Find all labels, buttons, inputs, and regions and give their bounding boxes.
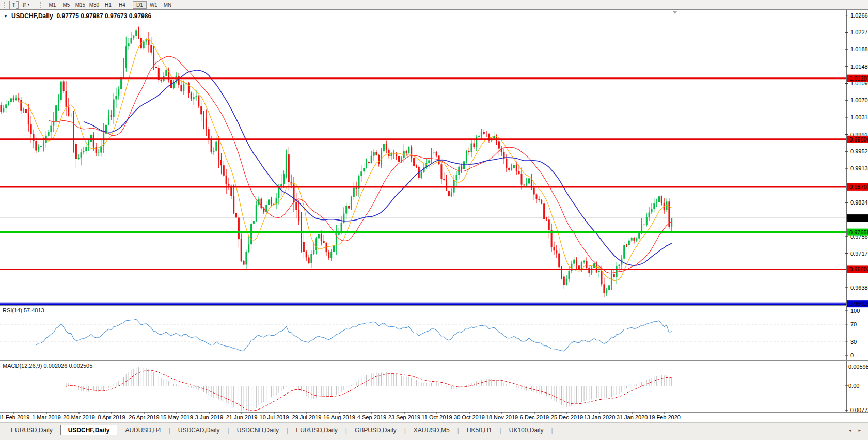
candle-body bbox=[196, 96, 197, 97]
text-tool-button[interactable]: T bbox=[9, 1, 19, 9]
symbol-tab-usdchf-daily[interactable]: USDCHF,Daily bbox=[60, 425, 118, 435]
candle-body bbox=[50, 126, 52, 132]
current-price-badge-label: 0.97986 bbox=[849, 215, 868, 221]
candle-body bbox=[578, 265, 580, 269]
candle-body bbox=[85, 147, 87, 151]
candle-body bbox=[368, 162, 370, 163]
timeframe-button-m15[interactable]: M15 bbox=[73, 1, 87, 9]
candle-body bbox=[161, 80, 162, 81]
candle-body bbox=[593, 263, 595, 268]
timeframe-button-m1[interactable]: M1 bbox=[45, 1, 59, 9]
candle-body bbox=[248, 244, 249, 252]
candle-body bbox=[651, 209, 653, 212]
price-tick-label: 1.02270 bbox=[850, 29, 868, 35]
candle-body bbox=[371, 156, 372, 163]
candle-body bbox=[235, 213, 237, 217]
candle-body bbox=[128, 43, 130, 46]
candle-body bbox=[213, 151, 214, 152]
symbol-tab-audusd-h4[interactable]: AUDUSD,H4 bbox=[117, 425, 168, 435]
candle-body bbox=[8, 102, 9, 104]
candle-body bbox=[250, 224, 252, 244]
candle-body bbox=[548, 219, 550, 230]
candle-body bbox=[536, 195, 538, 200]
top-toolbar: T ⇵ ▾ M1M5M15M30H1H4D1W1MN bbox=[0, 0, 868, 10]
symbol-tab-usdcad-daily[interactable]: USDCAD,Daily bbox=[170, 425, 228, 435]
candle-body bbox=[606, 290, 607, 293]
rsi-tick-label: 0 bbox=[850, 352, 854, 358]
arrange-windows-button[interactable]: ⇵ ▾ bbox=[20, 1, 31, 9]
timeframe-button-h4[interactable]: H4 bbox=[115, 1, 129, 9]
candle-body bbox=[523, 185, 525, 186]
candle-body bbox=[200, 106, 202, 114]
candle-body bbox=[295, 202, 297, 210]
date-tick-label: 21 Jun 2019 bbox=[226, 414, 258, 420]
timeframe-button-h1[interactable]: H1 bbox=[101, 1, 115, 9]
level-0.96803-badge-label: 0.96803 bbox=[849, 266, 868, 272]
symbol-tab-uk100-daily[interactable]: UK100,Daily bbox=[501, 425, 551, 435]
date-tick-label: 11 Feb 2019 bbox=[0, 414, 29, 420]
candle-body bbox=[569, 271, 570, 279]
candle-body bbox=[366, 162, 367, 168]
rsi-tick-label: 70 bbox=[850, 321, 857, 327]
tab-scroll-right-icon[interactable]: ▸ bbox=[858, 428, 861, 433]
date-tick-label: 6 Dec 2019 bbox=[520, 414, 549, 420]
candle-body bbox=[636, 239, 637, 241]
candle-body bbox=[528, 178, 530, 183]
symbol-tab-usdcnh-daily[interactable]: USDCNH,Daily bbox=[229, 425, 287, 435]
candle-body bbox=[153, 53, 154, 67]
candle-body bbox=[286, 154, 287, 174]
date-tick-label: 3 Jun 2019 bbox=[195, 414, 223, 420]
candle-body bbox=[38, 147, 39, 150]
candle-body bbox=[671, 218, 672, 227]
candle-body bbox=[135, 30, 137, 36]
candle-body bbox=[133, 36, 134, 38]
candle-body bbox=[233, 196, 234, 214]
candle-body bbox=[451, 193, 452, 196]
symbol-tab-xauusd-m5[interactable]: XAUUSD,M5 bbox=[406, 425, 457, 435]
candle-body bbox=[211, 139, 212, 152]
candle-body bbox=[191, 93, 192, 99]
candle-body bbox=[416, 166, 417, 167]
mt4-window: 1.026601.022701.018801.014801.010901.007… bbox=[0, 0, 868, 440]
toolbar-grip[interactable] bbox=[4, 2, 6, 8]
candle-body bbox=[601, 271, 603, 285]
candle-body bbox=[448, 191, 450, 196]
level-1.01207-badge-label: 1.01207 bbox=[849, 75, 868, 82]
price-tick-label: 1.02660 bbox=[850, 12, 868, 19]
candle-body bbox=[333, 245, 335, 252]
timeframe-button-m30[interactable]: M30 bbox=[87, 1, 101, 9]
candle-body bbox=[28, 113, 29, 124]
price-tick-label: 0.97170 bbox=[850, 250, 868, 257]
symbol-tab-gbpusd-daily[interactable]: GBPUSD,Daily bbox=[347, 425, 404, 435]
candle-body bbox=[456, 175, 457, 180]
timeframe-button-w1[interactable]: W1 bbox=[147, 1, 161, 9]
candle-body bbox=[218, 142, 219, 160]
candle-body bbox=[628, 241, 630, 245]
candle-body bbox=[98, 153, 100, 153]
macd-label: MACD(12,26,9) 0.002026 0.002505 bbox=[3, 363, 92, 369]
candle-body bbox=[18, 98, 19, 100]
symbol-tab-eurusd-daily[interactable]: EURUSD,Daily bbox=[288, 425, 345, 435]
macd-tick-label: 0.005986 bbox=[848, 364, 868, 370]
tab-scroll-left-icon[interactable]: ◂ bbox=[849, 428, 851, 433]
date-tick-label: 13 Jan 2020 bbox=[584, 414, 616, 420]
candle-body bbox=[619, 265, 620, 266]
candle-body bbox=[521, 174, 523, 185]
timeframe-button-mn[interactable]: MN bbox=[161, 1, 175, 9]
candle-body bbox=[378, 155, 380, 164]
candle-body bbox=[323, 241, 325, 243]
candle-body bbox=[180, 85, 182, 91]
timeframe-button-m5[interactable]: M5 bbox=[59, 1, 73, 9]
symbol-tab-eurusd-daily[interactable]: EURUSD,Daily bbox=[3, 425, 60, 435]
candle-body bbox=[583, 261, 585, 262]
candle-body bbox=[123, 68, 124, 77]
candle-body bbox=[131, 38, 132, 43]
candle-body bbox=[408, 147, 409, 153]
date-tick-label: 11 Oct 2019 bbox=[421, 414, 452, 420]
candle-body bbox=[638, 232, 640, 238]
chart-dropdown-icon[interactable]: ▼ bbox=[4, 14, 8, 19]
symbol-tab-hk50-h1[interactable]: HK50,H1 bbox=[459, 425, 500, 435]
timeframe-button-d1[interactable]: D1 bbox=[133, 1, 147, 9]
candle-body bbox=[310, 254, 312, 263]
toolbar-grip-2[interactable] bbox=[40, 2, 42, 8]
